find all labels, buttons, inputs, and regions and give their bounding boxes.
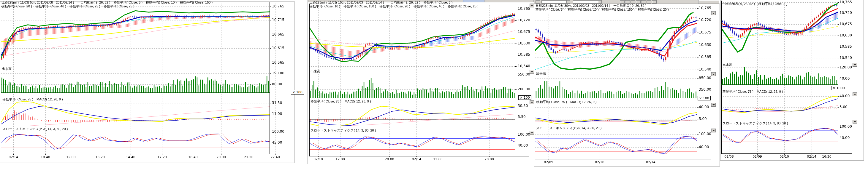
volume-multiplier-badge: × 100 [518,95,531,100]
price-axis-label: 10,765 [272,4,284,8]
price-axis-label: 10,630 [518,41,530,45]
volume-axis-label: 550.00 [518,73,530,76]
price-axis-label: 10,765 [699,6,711,10]
time-axis-label: 02/08 [724,154,734,159]
time-axis-label: 12:00 [433,157,443,161]
time-axis-label: 02/09 [544,160,553,164]
volume-multiplier-badge: × 1000 [831,86,846,90]
volume-multiplier-badge: × 100 [291,90,304,95]
chart-header-line2: 移動平均( Close, 20 ) 移動平均( Close, 40 ) 移動平均… [1,4,134,8]
time-axis-label: 13:20 [95,155,105,159]
stoch-section-label: スロー・ストキャスティクス( 14, 3, 80, 20 ) [536,126,601,130]
macd-axis-label: 5.50 [518,115,526,119]
chart-header-line2: 移動平均( Close, 5 ) 移動平均( Close, 10 ) 移動平均(… [535,8,669,11]
price-axis-label: 10,720 [699,18,711,22]
chart-header-line1: 日経225mini 11/03( 30分, 2011/02/03 - 2011/… [535,4,647,8]
section-dropdown-icon[interactable] [711,103,716,107]
volume-axis-label: 190.00 [272,71,284,75]
section-dropdown-icon[interactable] [852,120,857,124]
section-dropdown-icon[interactable] [530,131,534,135]
time-axis-label: 02/10 [595,160,604,164]
price-axis-label: 10,715 [272,18,284,22]
volume-section-label: 出来高 [311,69,320,73]
chart-header-line1: 日経225mini 11/03( 5分, 2011/02/08 - 2011/0… [1,1,213,4]
price-axis-label: 10,675 [839,22,852,26]
section-dropdown-icon[interactable] [711,72,716,76]
price-axis-label: 10,540 [699,68,711,71]
macd-axis-label: 40.00 [699,105,709,109]
macd-axis-label: 5.00 [839,105,847,109]
volume-section-label: 出来高 [722,63,732,67]
macd-section-label: 移動平均( Close, 75 ) MACD( 12, 26, 9 ) [311,100,371,103]
trading-app-workspace: 日経225mini 11/03( 5分, 2011/02/08 - 2011/0… [0,0,868,173]
price-axis-label: 10,540 [518,64,530,68]
time-axis-label: 02/09 [752,154,762,159]
section-dropdown-icon[interactable] [711,11,716,15]
stoch-axis-label: 40.00 [518,144,528,147]
time-axis-label: 14:40 [126,155,135,159]
price-axis-label: 10,720 [839,11,852,15]
stoch-axis-label: 100.00 [839,125,852,129]
macd-axis-label: 31.50 [272,101,282,105]
time-axis-label: 02/14 [807,154,816,159]
price-axis-label: 10,565 [272,61,284,65]
time-axis-label: 16:30 [822,154,832,159]
price-axis-label: 10,615 [272,46,284,50]
chart-header-line1: 一目均衡表( 9, 26, 52 ) 移動平均( Close, 5 ) [722,2,787,6]
macd-section-label: 移動平均( Close, 75 ) MACD( 12, 26, 9 ) [536,100,597,104]
time-axis-label: 10:40 [41,155,50,159]
volume-axis-label: 80.00 [272,82,282,86]
stoch-axis-label: 100.00 [272,130,284,134]
price-axis-label: 10,765 [518,7,530,11]
section-dropdown-icon[interactable] [530,100,534,104]
section-dropdown-icon[interactable] [852,93,857,96]
volume-section-label: 出来高 [2,67,11,71]
time-axis-label: 02/14 [646,160,655,164]
volume-section-label: 出来高 [536,72,546,75]
price-axis-label: 10,665 [272,33,284,36]
macd-axis-label: 11.00 [272,112,282,116]
volume-axis-label: 200.00 [518,88,530,91]
section-dropdown-icon[interactable] [530,70,534,74]
stoch-axis-label: 100.00 [518,133,530,137]
volume-axis-label: 350.00 [699,88,711,92]
volume-multiplier-badge: × 100 [698,96,711,100]
price-axis-label: 10,585 [699,55,711,59]
macd-axis-label: 40.00 [839,94,849,98]
section-dropdown-icon[interactable] [530,4,534,7]
stoch-section-label: スロー・ストキャスティクス( 14, 3, 80, 20 ) [311,129,376,132]
stoch-section-label: スロー・ストキャスティクス( 14, 3, 80, 20 ) [2,127,68,131]
price-axis-label: 10,675 [518,30,530,34]
section-dropdown-icon[interactable] [711,129,716,132]
macd-axis-label: 30.50 [518,104,528,108]
time-axis-label: 02/10 [779,154,789,159]
chart-header-line2: 移動平均( Close, 10 ) 移動平均( Close, 150 ) 移動平… [309,4,478,8]
price-axis-label: 10,540 [839,56,852,60]
price-axis-label: 10,630 [699,43,711,47]
stoch-axis-label: 40.00 [699,145,709,149]
price-axis-label: 10,675 [699,31,711,34]
chart-canvas[interactable] [0,0,868,173]
price-axis-label: 10,765 [839,0,852,4]
time-axis-label: 22:40 [271,155,280,159]
price-axis-label: 10,585 [518,53,530,57]
time-axis-label: 17:20 [157,155,167,159]
stoch-section-label: スロー・ストキャスティクス( 14, 3, 80, 20 ) [722,122,788,125]
stoch-axis-label: 100.00 [699,132,711,136]
chart-header-line1: 日経225mini 11/03( 15分, 2011/02/03 - 2011/… [309,1,453,4]
time-axis-label: 21:20 [244,155,253,159]
volume-axis-label: 40.00 [839,77,849,80]
section-dropdown-icon[interactable] [852,63,857,67]
price-axis-label: 10,585 [839,45,852,48]
time-axis-label: 20:00 [216,155,226,159]
time-axis-label: 20:00 [385,157,394,161]
macd-axis-label: 5.00 [699,117,707,121]
price-axis-label: 10,720 [518,19,530,22]
time-axis-label: 02/10 [313,157,323,161]
time-axis-label: 20:00 [485,157,494,161]
stoch-axis-label: 40.00 [839,136,849,140]
time-axis-label: 02/14 [9,155,18,159]
price-axis-label: 10,630 [839,33,852,37]
volume-axis-label: 120.00 [839,66,852,69]
stoch-axis-label: 45.00 [272,141,282,145]
